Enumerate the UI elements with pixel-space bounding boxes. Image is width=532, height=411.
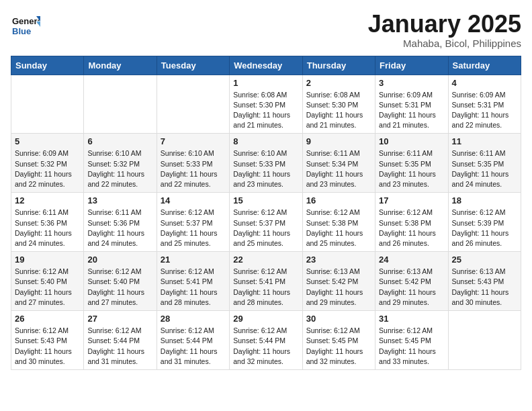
day-info: Sunrise: 6:12 AMSunset: 5:40 PMDaylight:… xyxy=(87,267,152,308)
calendar-cell xyxy=(84,75,157,134)
weekday-header-thursday: Thursday xyxy=(302,56,375,75)
day-number: 9 xyxy=(306,136,371,146)
day-number: 30 xyxy=(306,314,371,324)
day-number: 20 xyxy=(87,255,152,265)
day-number: 7 xyxy=(161,136,226,146)
calendar-cell: 22Sunrise: 6:12 AMSunset: 5:41 PMDayligh… xyxy=(230,252,302,311)
weekday-header-row: SundayMondayTuesdayWednesdayThursdayFrid… xyxy=(11,56,521,75)
calendar-table: SundayMondayTuesdayWednesdayThursdayFrid… xyxy=(11,56,521,370)
svg-text:General: General xyxy=(12,16,40,26)
day-number: 16 xyxy=(306,195,371,205)
day-info: Sunrise: 6:10 AMSunset: 5:33 PMDaylight:… xyxy=(233,148,298,189)
day-info: Sunrise: 6:12 AMSunset: 5:38 PMDaylight:… xyxy=(379,208,444,248)
day-number: 18 xyxy=(452,195,517,205)
day-info: Sunrise: 6:10 AMSunset: 5:33 PMDaylight:… xyxy=(161,148,226,189)
calendar-cell: 24Sunrise: 6:13 AMSunset: 5:42 PMDayligh… xyxy=(375,252,448,311)
day-number: 24 xyxy=(379,255,444,265)
calendar-cell: 29Sunrise: 6:12 AMSunset: 5:44 PMDayligh… xyxy=(230,311,302,370)
day-info: Sunrise: 6:12 AMSunset: 5:41 PMDaylight:… xyxy=(161,267,226,308)
calendar-cell: 8Sunrise: 6:10 AMSunset: 5:33 PMDaylight… xyxy=(230,134,302,193)
calendar-cell: 15Sunrise: 6:12 AMSunset: 5:37 PMDayligh… xyxy=(230,193,302,252)
calendar-cell: 19Sunrise: 6:12 AMSunset: 5:40 PMDayligh… xyxy=(11,252,84,311)
day-info: Sunrise: 6:08 AMSunset: 5:30 PMDaylight:… xyxy=(306,90,371,131)
calendar-cell: 12Sunrise: 6:11 AMSunset: 5:36 PMDayligh… xyxy=(11,193,84,252)
logo-icon: General Blue xyxy=(11,11,40,40)
day-number: 8 xyxy=(233,136,298,146)
day-info: Sunrise: 6:12 AMSunset: 5:39 PMDaylight:… xyxy=(452,208,517,248)
day-number: 4 xyxy=(452,78,517,88)
day-info: Sunrise: 6:12 AMSunset: 5:37 PMDaylight:… xyxy=(161,208,226,248)
day-info: Sunrise: 6:11 AMSunset: 5:36 PMDaylight:… xyxy=(15,208,80,248)
day-info: Sunrise: 6:13 AMSunset: 5:43 PMDaylight:… xyxy=(452,267,517,308)
day-number: 2 xyxy=(306,78,371,88)
calendar-cell: 3Sunrise: 6:09 AMSunset: 5:31 PMDaylight… xyxy=(375,75,448,134)
day-info: Sunrise: 6:09 AMSunset: 5:31 PMDaylight:… xyxy=(452,90,517,131)
day-info: Sunrise: 6:11 AMSunset: 5:36 PMDaylight:… xyxy=(87,208,152,248)
weekday-header-monday: Monday xyxy=(84,56,157,75)
calendar-cell: 13Sunrise: 6:11 AMSunset: 5:36 PMDayligh… xyxy=(84,193,157,252)
day-info: Sunrise: 6:12 AMSunset: 5:45 PMDaylight:… xyxy=(306,326,371,367)
calendar-cell: 20Sunrise: 6:12 AMSunset: 5:40 PMDayligh… xyxy=(84,252,157,311)
day-number: 5 xyxy=(15,136,80,146)
weekday-header-friday: Friday xyxy=(375,56,448,75)
day-number: 13 xyxy=(87,195,152,205)
day-number: 11 xyxy=(452,136,517,146)
calendar-week-3: 12Sunrise: 6:11 AMSunset: 5:36 PMDayligh… xyxy=(11,193,521,252)
day-info: Sunrise: 6:11 AMSunset: 5:35 PMDaylight:… xyxy=(379,148,444,189)
day-number: 29 xyxy=(233,314,298,324)
calendar-week-1: 1Sunrise: 6:08 AMSunset: 5:30 PMDaylight… xyxy=(11,75,521,134)
calendar-cell: 31Sunrise: 6:12 AMSunset: 5:45 PMDayligh… xyxy=(375,311,448,370)
day-info: Sunrise: 6:12 AMSunset: 5:44 PMDaylight:… xyxy=(161,326,226,367)
day-info: Sunrise: 6:12 AMSunset: 5:44 PMDaylight:… xyxy=(233,326,298,367)
day-number: 22 xyxy=(233,255,298,265)
calendar-cell: 26Sunrise: 6:12 AMSunset: 5:43 PMDayligh… xyxy=(11,311,84,370)
calendar-cell: 23Sunrise: 6:13 AMSunset: 5:42 PMDayligh… xyxy=(302,252,375,311)
day-info: Sunrise: 6:12 AMSunset: 5:38 PMDaylight:… xyxy=(306,208,371,248)
weekday-header-wednesday: Wednesday xyxy=(230,56,302,75)
day-number: 21 xyxy=(161,255,226,265)
calendar-cell: 6Sunrise: 6:10 AMSunset: 5:32 PMDaylight… xyxy=(84,134,157,193)
day-info: Sunrise: 6:10 AMSunset: 5:32 PMDaylight:… xyxy=(87,148,152,189)
calendar-cell: 27Sunrise: 6:12 AMSunset: 5:44 PMDayligh… xyxy=(84,311,157,370)
calendar-cell: 2Sunrise: 6:08 AMSunset: 5:30 PMDaylight… xyxy=(302,75,375,134)
calendar-cell: 10Sunrise: 6:11 AMSunset: 5:35 PMDayligh… xyxy=(375,134,448,193)
calendar-cell: 4Sunrise: 6:09 AMSunset: 5:31 PMDaylight… xyxy=(448,75,521,134)
calendar-cell: 7Sunrise: 6:10 AMSunset: 5:33 PMDaylight… xyxy=(157,134,229,193)
day-number: 25 xyxy=(452,255,517,265)
day-number: 3 xyxy=(379,78,444,88)
day-info: Sunrise: 6:09 AMSunset: 5:32 PMDaylight:… xyxy=(15,148,80,189)
day-info: Sunrise: 6:13 AMSunset: 5:42 PMDaylight:… xyxy=(306,267,371,308)
day-number: 19 xyxy=(15,255,80,265)
calendar-cell: 14Sunrise: 6:12 AMSunset: 5:37 PMDayligh… xyxy=(157,193,229,252)
day-info: Sunrise: 6:09 AMSunset: 5:31 PMDaylight:… xyxy=(379,90,444,131)
day-number: 26 xyxy=(15,314,80,324)
day-info: Sunrise: 6:11 AMSunset: 5:35 PMDaylight:… xyxy=(452,148,517,189)
calendar-cell: 1Sunrise: 6:08 AMSunset: 5:30 PMDaylight… xyxy=(230,75,302,134)
day-info: Sunrise: 6:13 AMSunset: 5:42 PMDaylight:… xyxy=(379,267,444,308)
calendar-cell: 17Sunrise: 6:12 AMSunset: 5:38 PMDayligh… xyxy=(375,193,448,252)
weekday-header-saturday: Saturday xyxy=(448,56,521,75)
day-info: Sunrise: 6:12 AMSunset: 5:44 PMDaylight:… xyxy=(87,326,152,367)
calendar-cell: 18Sunrise: 6:12 AMSunset: 5:39 PMDayligh… xyxy=(448,193,521,252)
calendar-cell: 21Sunrise: 6:12 AMSunset: 5:41 PMDayligh… xyxy=(157,252,229,311)
day-info: Sunrise: 6:12 AMSunset: 5:37 PMDaylight:… xyxy=(233,208,298,248)
calendar-cell xyxy=(448,311,521,370)
calendar-cell: 25Sunrise: 6:13 AMSunset: 5:43 PMDayligh… xyxy=(448,252,521,311)
day-number: 27 xyxy=(87,314,152,324)
calendar-cell: 11Sunrise: 6:11 AMSunset: 5:35 PMDayligh… xyxy=(448,134,521,193)
calendar-cell: 9Sunrise: 6:11 AMSunset: 5:34 PMDaylight… xyxy=(302,134,375,193)
calendar-cell xyxy=(157,75,229,134)
title-block: January 2025 Mahaba, Bicol, Philippines xyxy=(368,11,521,49)
calendar-cell: 30Sunrise: 6:12 AMSunset: 5:45 PMDayligh… xyxy=(302,311,375,370)
day-number: 1 xyxy=(233,78,298,88)
calendar-week-4: 19Sunrise: 6:12 AMSunset: 5:40 PMDayligh… xyxy=(11,252,521,311)
weekday-header-sunday: Sunday xyxy=(11,56,84,75)
calendar-week-2: 5Sunrise: 6:09 AMSunset: 5:32 PMDaylight… xyxy=(11,134,521,193)
day-number: 28 xyxy=(161,314,226,324)
logo: General Blue xyxy=(11,11,43,40)
calendar-week-5: 26Sunrise: 6:12 AMSunset: 5:43 PMDayligh… xyxy=(11,311,521,370)
month-title: January 2025 xyxy=(368,11,521,38)
day-number: 15 xyxy=(233,195,298,205)
calendar-cell xyxy=(11,75,84,134)
day-info: Sunrise: 6:12 AMSunset: 5:45 PMDaylight:… xyxy=(379,326,444,367)
